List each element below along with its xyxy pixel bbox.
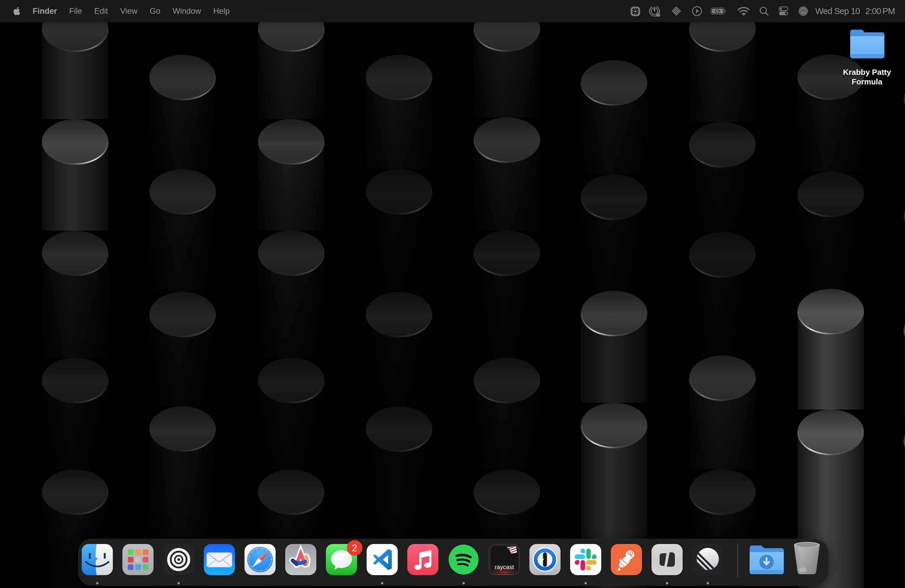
svg-text:raycast: raycast <box>495 564 514 571</box>
